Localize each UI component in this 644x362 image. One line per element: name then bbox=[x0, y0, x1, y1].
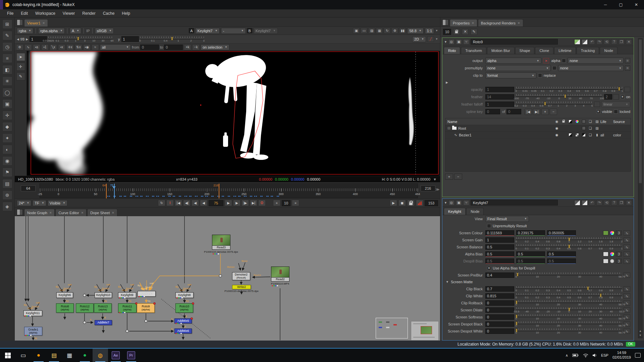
layers-icon[interactable]: ❏ bbox=[587, 133, 594, 137]
input-select[interactable]: A▼ bbox=[70, 28, 81, 34]
node-color-swatch[interactable] bbox=[574, 39, 580, 45]
curve-editor-icon[interactable]: ∿ bbox=[624, 251, 630, 257]
other-icon[interactable]: ⊚ bbox=[2, 190, 12, 200]
wifi-icon[interactable] bbox=[583, 353, 588, 357]
life-column-header[interactable]: Life bbox=[600, 120, 613, 124]
step-back-button[interactable]: ◀ bbox=[200, 200, 207, 206]
shape-row-bezier1[interactable]: ∿Bezier1 ◉ ❏ ▮ all color bbox=[445, 132, 631, 138]
to-field[interactable]: 0 bbox=[164, 45, 183, 50]
select-tool-button[interactable]: ➤ bbox=[16, 53, 25, 61]
current-frame-field[interactable]: 75 bbox=[209, 200, 223, 206]
playhead[interactable] bbox=[114, 184, 115, 198]
redo-icon[interactable]: ↷ bbox=[596, 200, 602, 205]
node-roto11[interactable]: Roto11(alpha) bbox=[118, 303, 137, 313]
shape-row-root[interactable]: ⊟Root ◉ ❏ ▨ bbox=[445, 125, 631, 132]
notification-center-icon[interactable] bbox=[635, 353, 641, 358]
curve-editor-icon[interactable]: ∿ bbox=[624, 286, 630, 292]
prev-increment-button[interactable]: « bbox=[273, 200, 280, 206]
feather-slider[interactable]: -100-70-40-100104070100 bbox=[516, 93, 602, 101]
use-alpha-bias-for-despill-checkbox[interactable]: ✕ bbox=[487, 266, 491, 270]
screen-colour-r-field[interactable]: 0.111569 bbox=[485, 230, 514, 236]
remove-key-button[interactable]: − bbox=[550, 109, 557, 115]
close-icon[interactable]: ✕ bbox=[81, 211, 84, 215]
node-keylight6[interactable]: Keylight6 bbox=[56, 292, 73, 298]
tab-shape[interactable]: Shape bbox=[515, 47, 535, 54]
center-node-icon[interactable]: ◎ bbox=[448, 200, 454, 205]
bezier-tool-icon[interactable]: ∿ bbox=[24, 44, 32, 50]
visible-checkbox[interactable]: ✕ bbox=[596, 110, 600, 114]
feather-link-field[interactable]: 2 bbox=[604, 94, 612, 100]
fps-select[interactable]: 24*▼ bbox=[17, 200, 31, 206]
node-roto8[interactable]: Roto8(alpha) bbox=[56, 303, 74, 313]
filter-icon[interactable]: ✳ bbox=[2, 76, 12, 86]
ripple-edit-icon[interactable]: ≈ bbox=[92, 44, 99, 50]
flipbook-button[interactable]: ▶ bbox=[390, 200, 397, 206]
3d-icon[interactable]: ◆ bbox=[2, 122, 12, 131]
animation-menu-icon[interactable] bbox=[613, 94, 619, 100]
transform-tool-button[interactable]: ✛ bbox=[16, 63, 25, 71]
clear-channel-icon[interactable]: ✕ bbox=[543, 58, 549, 63]
wrench-icon[interactable]: ⑂ bbox=[463, 39, 469, 45]
menu-workspace[interactable]: Workspace bbox=[32, 9, 59, 17]
gl-color-swatch[interactable] bbox=[582, 200, 588, 205]
node-addmix5[interactable]: AddMix5 bbox=[174, 318, 192, 323]
alpha-bias-g-field[interactable]: 0.5 bbox=[516, 251, 545, 257]
curve-editor-icon[interactable]: ∿ bbox=[624, 293, 630, 299]
tab-keylight[interactable]: Keylight bbox=[444, 208, 466, 215]
battery-icon[interactable] bbox=[572, 353, 579, 357]
range-out-field[interactable]: 216 bbox=[421, 185, 435, 191]
panel-limit-field[interactable]: 10 bbox=[443, 29, 451, 35]
replace-checkbox[interactable] bbox=[538, 73, 542, 77]
equals-icon[interactable]: = bbox=[625, 58, 630, 63]
tab-viewer1[interactable]: Viewer1 ✕ bbox=[24, 19, 48, 26]
revert-icon[interactable]: ⟲ bbox=[604, 200, 610, 205]
transform-point-icon[interactable]: ⇅x bbox=[75, 44, 82, 50]
hatch-icon[interactable]: ▨ bbox=[594, 126, 600, 130]
range-out-marker[interactable] bbox=[219, 184, 219, 198]
despill-bias-r-field[interactable]: 0.5 bbox=[485, 258, 514, 264]
gear-icon[interactable]: ⚙ bbox=[391, 28, 398, 34]
screen-dilate-slider[interactable]: -53.5-40-30-20-1001020304053.5 bbox=[516, 306, 622, 314]
close-icon[interactable]: ✕ bbox=[518, 21, 520, 25]
layers-icon[interactable]: ❏ bbox=[587, 120, 594, 123]
pane-menu-icon[interactable] bbox=[442, 19, 448, 25]
clip-rollback-slider[interactable]: 01020304058.76 bbox=[516, 299, 622, 307]
premiere-icon[interactable]: Pr bbox=[123, 349, 139, 362]
redo-icon[interactable]: ↷ bbox=[596, 39, 602, 45]
input-process-toggle[interactable]: IP bbox=[86, 29, 90, 33]
layer-select[interactable]: rgba.alpha▼ bbox=[38, 28, 65, 34]
lock-column-icon[interactable] bbox=[560, 120, 567, 123]
node-denoise2[interactable]: Denoise2(Result) bbox=[232, 272, 250, 280]
in-point-button[interactable]: I bbox=[166, 200, 174, 206]
gamma-slider[interactable]: 00.10.4123 bbox=[140, 36, 204, 43]
node-grade1[interactable]: Grade1(alpha) bbox=[24, 327, 42, 336]
color-icon[interactable]: ◧ bbox=[2, 65, 12, 74]
overlay-swatch-icon[interactable] bbox=[569, 120, 572, 123]
curve-editor-icon[interactable]: ∿ bbox=[624, 237, 630, 243]
next-increment-button[interactable]: » bbox=[292, 200, 299, 206]
premultiply-checkbox[interactable] bbox=[552, 66, 556, 70]
merge-icon[interactable]: ▣ bbox=[2, 99, 12, 109]
language-indicator[interactable]: ESP bbox=[601, 353, 608, 357]
smooth-point-icon[interactable]: ╲x bbox=[50, 44, 57, 50]
viewer-lut-select[interactable]: sRGB▼ bbox=[95, 28, 114, 34]
premultiply-select[interactable]: none▼ bbox=[485, 65, 551, 71]
pen-tool-button[interactable]: ✎ bbox=[16, 72, 25, 80]
frame-ruler[interactable]: -250501001502002503003504004504846421675 bbox=[40, 183, 418, 198]
collapse-section-icon[interactable]: ▼ bbox=[446, 280, 449, 284]
screen-colour-g-field[interactable]: 0.239175 bbox=[516, 230, 545, 236]
extra-channel-checkbox[interactable] bbox=[562, 59, 566, 63]
screen-preblur-slider[interactable]: 01020304058.76 bbox=[516, 272, 622, 279]
animation-menu-icon[interactable] bbox=[624, 87, 630, 92]
selection-mode-select[interactable]: on selection▼ bbox=[201, 44, 229, 50]
eye-icon[interactable]: ◉ bbox=[553, 126, 560, 130]
visible-select[interactable]: Visible▼ bbox=[48, 200, 67, 206]
alpha-bias-r-field[interactable]: 0.5 bbox=[485, 251, 514, 257]
tab-node-graph[interactable]: Node Graph✕ bbox=[24, 209, 55, 216]
alpha-bias-channel-count[interactable]: 3 bbox=[616, 252, 622, 256]
task-view-button[interactable]: ▭ bbox=[15, 349, 31, 362]
range-in-field[interactable]: 64 bbox=[21, 185, 36, 191]
minimize-button[interactable]: ─ bbox=[598, 0, 613, 9]
add-key-button[interactable]: + bbox=[541, 109, 549, 115]
tab-node[interactable]: Node bbox=[466, 208, 484, 215]
